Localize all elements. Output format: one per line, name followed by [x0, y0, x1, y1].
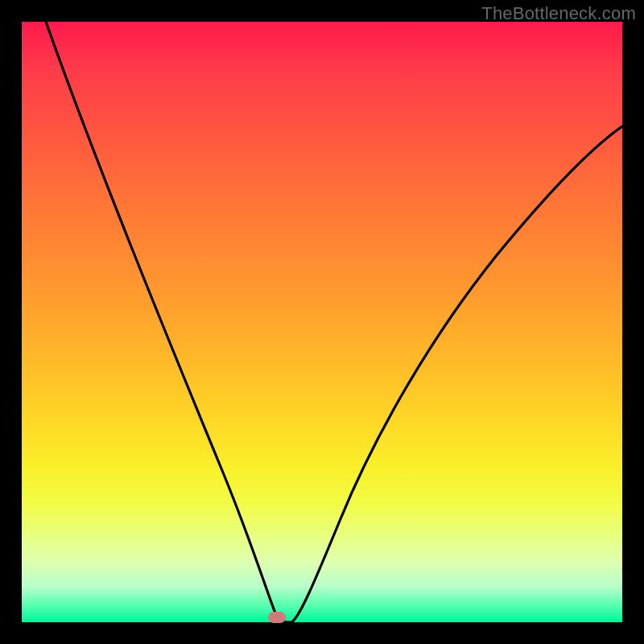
optimum-marker — [268, 612, 286, 623]
bottleneck-curve — [22, 22, 622, 622]
chart-frame: TheBottleneck.com — [0, 0, 644, 644]
watermark-text: TheBottleneck.com — [481, 3, 636, 24]
curve-path — [46, 22, 622, 622]
